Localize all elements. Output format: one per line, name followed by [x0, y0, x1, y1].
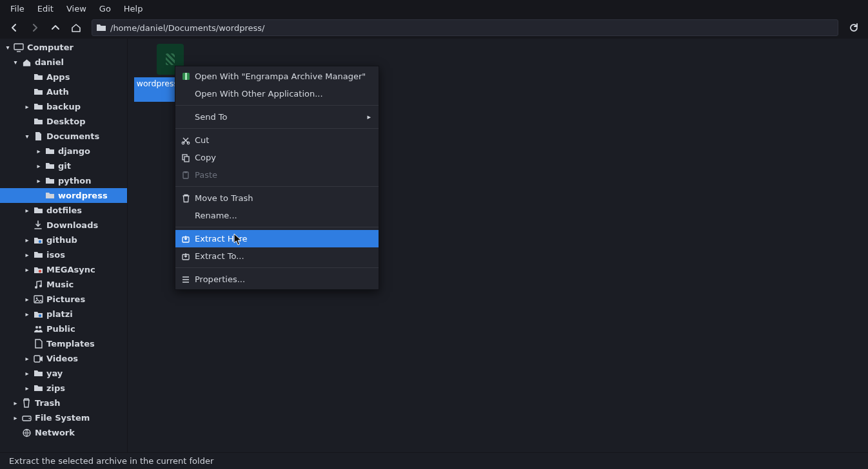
collapse-icon[interactable]: ▾ [4, 44, 12, 52]
tree-item-desktop[interactable]: ▸ Desktop [0, 114, 127, 129]
svg-point-12 [28, 418, 30, 419]
folder-icon [32, 117, 44, 126]
tree-item-dotfiles[interactable]: ▸ dotfiles [0, 203, 127, 218]
expand-icon[interactable]: ▸ [12, 429, 19, 437]
tree-label: yay [46, 368, 63, 378]
tree-item-music[interactable]: ▸ Music [0, 277, 127, 292]
menu-help[interactable]: Help [117, 1, 150, 16]
svg-rect-0 [14, 44, 23, 50]
tree-item-public[interactable]: ▸ Public [0, 321, 127, 336]
ctx-open-with-engrampa[interactable]: Open With "Engrampa Archive Manager" [175, 68, 379, 85]
download-icon [32, 220, 44, 230]
expand-icon[interactable]: ▸ [23, 385, 31, 392]
back-button[interactable] [5, 19, 23, 37]
home-icon [21, 58, 32, 67]
expand-icon[interactable]: ▸ [35, 148, 43, 155]
tree-label: python [58, 176, 91, 186]
tree-item-yay[interactable]: ▸ yay [0, 366, 127, 381]
statusbar: Extract the selected archive in the curr… [0, 452, 868, 469]
ctx-cut[interactable]: Cut [175, 131, 379, 149]
expand-icon[interactable]: ▸ [23, 296, 31, 303]
menu-edit[interactable]: Edit [31, 1, 60, 16]
tree-item-wordpress[interactable]: ▸ wordpress [0, 188, 127, 203]
tree-trash[interactable]: ▸ Trash [0, 396, 127, 410]
separator [175, 105, 379, 106]
sidebar-tree[interactable]: ▾ Computer ▾ daniel ▸ Apps ▸ Auth ▸ back… [0, 39, 128, 452]
expand-icon[interactable]: ▸ [23, 355, 31, 363]
expand-icon[interactable]: ▸ [23, 236, 31, 244]
expand-icon[interactable]: ▸ [23, 207, 31, 215]
template-icon [32, 339, 44, 349]
tree-item-isos[interactable]: ▸ isos [0, 247, 127, 262]
tree-item-django[interactable]: ▸ django [0, 144, 127, 158]
svg-rect-19 [184, 157, 189, 162]
ctx-extract-here[interactable]: Extract Here [175, 230, 379, 247]
ctx-label: Properties... [195, 274, 245, 284]
up-button[interactable] [46, 19, 64, 37]
tree-item-python[interactable]: ▸ python [0, 173, 127, 188]
ctx-extract-to[interactable]: Extract To... [175, 247, 379, 265]
tree-item-backup[interactable]: ▸ backup [0, 99, 127, 114]
folder-icon [32, 73, 44, 81]
tree-item-megasync[interactable]: ▸ MEGAsync [0, 262, 127, 277]
tree-item-platzi[interactable]: ▸ platzi [0, 307, 127, 321]
expand-icon[interactable]: ▸ [23, 103, 31, 111]
arrow-up-icon [50, 23, 61, 33]
expand-icon[interactable]: ▸ [12, 399, 19, 407]
tree-item-videos[interactable]: ▸ Videos [0, 351, 127, 366]
tree-item-templates[interactable]: ▸ Templates [0, 336, 127, 351]
menu-file[interactable]: File [4, 1, 31, 16]
svg-rect-15 [185, 73, 187, 80]
tree-item-documents[interactable]: ▾ Documents [0, 129, 127, 144]
tree-item-downloads[interactable]: ▸ Downloads [0, 218, 127, 233]
tree-item-apps[interactable]: ▸ Apps [0, 70, 127, 84]
expand-icon[interactable]: ▸ [35, 162, 43, 170]
collapse-icon[interactable]: ▾ [23, 133, 31, 140]
tree-item-pictures[interactable]: ▸ Pictures [0, 292, 127, 307]
ctx-send-to[interactable]: Send To ▸ [175, 108, 379, 126]
expand-icon[interactable]: ▸ [23, 251, 31, 259]
git-icon [32, 236, 44, 245]
ctx-copy[interactable]: Copy [175, 149, 379, 166]
image-icon [32, 295, 44, 303]
collapse-icon[interactable]: ▾ [12, 59, 19, 66]
ctx-label: Extract Here [195, 234, 248, 244]
location-path: /home/daniel/Documents/wordpress/ [110, 23, 264, 33]
copy-icon [179, 153, 192, 162]
ctx-label: Rename... [195, 211, 237, 220]
expand-icon[interactable]: ▸ [23, 370, 31, 378]
document-icon [32, 131, 44, 141]
tree-filesystem[interactable]: ▸ File System [0, 410, 127, 425]
menubar: File Edit View Go Help [0, 0, 868, 17]
forward-button[interactable] [26, 19, 44, 37]
expand-icon[interactable]: ▸ [12, 414, 19, 422]
ctx-move-to-trash[interactable]: Move to Trash [175, 189, 379, 207]
reload-button[interactable] [845, 19, 863, 37]
arrow-right-icon [30, 23, 40, 33]
svg-point-3 [35, 286, 37, 289]
tree-home[interactable]: ▾ daniel [0, 55, 127, 70]
tree-network[interactable]: ▸ Network [0, 425, 127, 440]
git-icon [32, 310, 44, 319]
tree-label: Public [46, 324, 75, 334]
location-bar[interactable]: /home/daniel/Documents/wordpress/ [92, 19, 838, 36]
home-button[interactable] [67, 19, 85, 37]
ctx-rename[interactable]: Rename... [175, 207, 379, 224]
tree-item-git[interactable]: ▸ git [0, 158, 127, 173]
menu-view[interactable]: View [60, 1, 93, 16]
menu-go[interactable]: Go [93, 1, 117, 16]
tree-item-auth[interactable]: ▸ Auth [0, 84, 127, 99]
tree-computer[interactable]: ▾ Computer [0, 40, 127, 55]
tree-item-zips[interactable]: ▸ zips [0, 381, 127, 396]
ctx-properties[interactable]: Properties... [175, 271, 379, 288]
tree-item-github[interactable]: ▸ github [0, 233, 127, 247]
svg-rect-10 [34, 356, 40, 362]
file-view[interactable]: wordpress-5.7.2.zip Open With "Engrampa … [128, 39, 868, 452]
tree-label: daniel [35, 57, 64, 67]
svg-rect-21 [184, 171, 187, 173]
expand-icon[interactable]: ▸ [35, 177, 43, 185]
folder-icon [44, 147, 55, 155]
ctx-open-with-other[interactable]: Open With Other Application... [175, 85, 379, 102]
expand-icon[interactable]: ▸ [23, 311, 31, 318]
expand-icon[interactable]: ▸ [23, 266, 31, 274]
